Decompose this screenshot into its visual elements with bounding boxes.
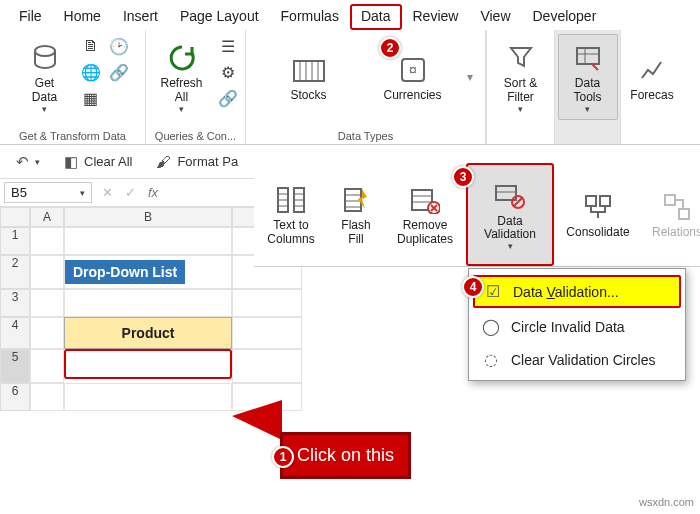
- group-get-transform-title: Get & Transform Data: [19, 128, 126, 142]
- tab-home[interactable]: Home: [53, 4, 112, 30]
- chevron-down-icon: ▾: [35, 157, 40, 167]
- row-header-6[interactable]: 6: [0, 383, 30, 411]
- tab-data[interactable]: Data: [350, 4, 402, 30]
- row-header-5[interactable]: 5: [0, 349, 30, 383]
- fx-icon[interactable]: fx: [142, 185, 164, 200]
- clear-all-label: Clear All: [84, 154, 132, 169]
- cell-b5[interactable]: [64, 349, 232, 379]
- clear-circles-icon: ◌: [481, 350, 501, 369]
- consolidate-button[interactable]: Consolidate: [554, 163, 642, 266]
- ribbon-tabs: File Home Insert Page Layout Formulas Da…: [0, 0, 700, 30]
- tab-view[interactable]: View: [469, 4, 521, 30]
- text-to-columns-button[interactable]: Text to Columns: [254, 163, 328, 266]
- get-transform-mini2: 🕑 🔗: [107, 34, 131, 120]
- data-tools-panel: Text to Columns Flash Fill Remove Duplic…: [254, 163, 700, 267]
- forecast-group: Forecas: [621, 30, 683, 144]
- cell-c4[interactable]: [232, 317, 302, 349]
- row-header-2[interactable]: 2: [0, 255, 30, 289]
- eraser-icon: ◧: [64, 153, 78, 171]
- consolidate-icon: [583, 189, 613, 225]
- tab-insert[interactable]: Insert: [112, 4, 169, 30]
- menu-data-validation-label: Data Validation...: [513, 284, 619, 300]
- cell-a4[interactable]: [30, 317, 64, 349]
- circle-invalid-icon: ◯: [481, 317, 501, 336]
- data-validation-menu: ☑ Data Validation... ◯ Circle Invalid Da…: [468, 268, 686, 381]
- cancel-icon[interactable]: ✕: [96, 185, 119, 200]
- currencies-button[interactable]: ¤ Currencies: [363, 42, 463, 112]
- get-data-label: Get Data: [32, 77, 57, 105]
- stocks-icon: [292, 52, 326, 88]
- col-header-b[interactable]: B: [64, 207, 232, 227]
- menu-circle-invalid-label: Circle Invalid Data: [511, 319, 625, 335]
- currencies-label: Currencies: [383, 89, 441, 103]
- name-box[interactable]: B5 ▾: [4, 182, 92, 203]
- cell-c3[interactable]: [232, 289, 302, 317]
- cell-a3[interactable]: [30, 289, 64, 317]
- remove-duplicates-icon: [410, 182, 440, 218]
- recent-sources-icon[interactable]: 🕑: [107, 34, 131, 58]
- group-queries-title: Queries & Con...: [155, 128, 236, 142]
- clear-all-button[interactable]: ◧ Clear All: [58, 151, 138, 173]
- chevron-down-icon: ▾: [42, 104, 47, 114]
- col-header-a[interactable]: A: [30, 207, 64, 227]
- forecast-button[interactable]: Forecas: [622, 34, 682, 120]
- cell-b3[interactable]: [64, 289, 232, 317]
- menu-circle-invalid[interactable]: ◯ Circle Invalid Data: [469, 310, 685, 343]
- undo-button[interactable]: ↶ ▾: [10, 151, 46, 173]
- cell-a1[interactable]: [30, 227, 64, 255]
- tab-formulas[interactable]: Formulas: [270, 4, 350, 30]
- from-text-icon[interactable]: 🗎: [79, 34, 103, 58]
- get-data-button[interactable]: Get Data ▾: [15, 34, 75, 120]
- data-validation-button[interactable]: Data Validation ▾: [466, 163, 554, 266]
- row-header-4[interactable]: 4: [0, 317, 30, 349]
- step-badge-2: 2: [379, 37, 401, 59]
- get-data-icon: [28, 40, 62, 76]
- group-queries: Refresh All ▾ ☰ ⚙ 🔗 Queries & Con...: [146, 30, 246, 144]
- cell-a6[interactable]: [30, 383, 64, 411]
- data-validation-icon: [494, 178, 526, 214]
- select-all-corner[interactable]: [0, 207, 30, 227]
- tab-page-layout[interactable]: Page Layout: [169, 4, 270, 30]
- data-tools-group: Data Tools ▾: [555, 30, 621, 144]
- stocks-button[interactable]: Stocks: [259, 42, 359, 112]
- cell-a2[interactable]: [30, 255, 64, 289]
- relations-label: Relations: [652, 226, 700, 240]
- chevron-down-icon: ▾: [179, 104, 184, 114]
- tab-file[interactable]: File: [8, 4, 53, 30]
- row-header-3[interactable]: 3: [0, 289, 30, 317]
- cell-b4[interactable]: Product: [64, 317, 232, 349]
- menu-data-validation[interactable]: ☑ Data Validation...: [473, 275, 681, 308]
- sort-filter-button[interactable]: Sort & Filter ▾: [491, 34, 551, 120]
- cell-b2[interactable]: Drop-Down List: [64, 255, 232, 289]
- from-web-icon[interactable]: 🌐: [79, 60, 103, 84]
- tab-developer[interactable]: Developer: [522, 4, 608, 30]
- from-table-icon[interactable]: ▦: [79, 86, 103, 110]
- flash-fill-button[interactable]: Flash Fill: [328, 163, 384, 266]
- svg-rect-1: [294, 61, 324, 81]
- relations-icon: [663, 189, 691, 225]
- enter-icon[interactable]: ✓: [119, 185, 142, 200]
- menu-clear-circles-label: Clear Validation Circles: [511, 352, 655, 368]
- cell-b6[interactable]: [64, 383, 232, 411]
- cell-b1[interactable]: [64, 227, 232, 255]
- refresh-all-button[interactable]: Refresh All ▾: [152, 34, 212, 120]
- relations-button: Relations: [642, 163, 700, 266]
- queries-icon[interactable]: ☰: [216, 34, 240, 58]
- properties-icon[interactable]: ⚙: [216, 60, 240, 84]
- callout-tail: [232, 400, 282, 440]
- svg-rect-12: [586, 196, 596, 206]
- group-data-types: Stocks ¤ Currencies ▾ Data Types: [246, 30, 486, 144]
- format-painter-button[interactable]: 🖌 Format Pa: [150, 151, 244, 172]
- edit-links-icon[interactable]: 🔗: [216, 86, 240, 110]
- cell-c5[interactable]: [232, 349, 302, 383]
- data-tools-button[interactable]: Data Tools ▾: [558, 34, 618, 120]
- row-header-1[interactable]: 1: [0, 227, 30, 255]
- menu-clear-circles[interactable]: ◌ Clear Validation Circles: [469, 343, 685, 376]
- cell-a5[interactable]: [30, 349, 64, 383]
- existing-conn-icon[interactable]: 🔗: [107, 60, 131, 84]
- funnel-icon: [507, 40, 535, 76]
- svg-rect-4: [577, 48, 599, 64]
- chevron-down-icon: ▾: [585, 104, 590, 114]
- scroll-more-icon[interactable]: ▾: [467, 70, 473, 84]
- tab-review[interactable]: Review: [402, 4, 470, 30]
